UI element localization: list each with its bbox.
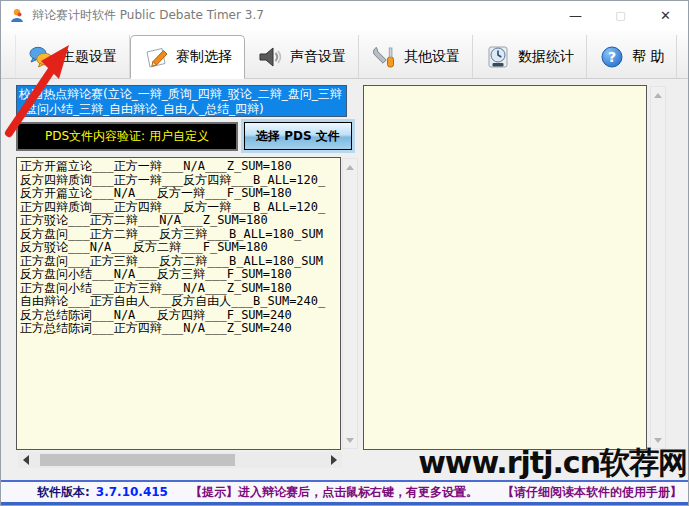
- schedule-line[interactable]: 正方开篇立论___正方一辩___N/A___Z_SUM=180: [20, 160, 340, 174]
- speaker-icon: [257, 44, 283, 70]
- chat-bubbles-icon: [28, 44, 54, 70]
- window-controls: — ▢ ✕: [553, 1, 688, 30]
- schedule-line[interactable]: 正方四辩质询___正方四辩___反方一辩___B_ALL=120_: [20, 201, 340, 215]
- scroll-up-arrow-icon[interactable]: [343, 159, 357, 175]
- schedule-line[interactable]: 正方盘问小结___正方三辩___N/A___Z_SUM=180: [20, 282, 340, 296]
- tools-icon: [371, 44, 397, 70]
- toolbar: 主题设置 赛制选择 声音设置: [1, 30, 688, 79]
- schedule-line[interactable]: 反方开篇立论___N/A___反方一辩___F_SUM=180: [20, 187, 340, 201]
- schedule-list-hscrollbar[interactable]: [18, 452, 342, 468]
- maximize-button[interactable]: ▢: [598, 1, 643, 30]
- clock-stats-icon: [485, 44, 511, 70]
- schedule-line[interactable]: 反方四辩质询___正方一辩___反方四辩___B_ALL=120_: [20, 174, 340, 188]
- preview-panel-vscrollbar[interactable]: [650, 86, 666, 449]
- schedule-line[interactable]: 反方驳论___N/A___反方二辩___F_SUM=180: [20, 241, 340, 255]
- schedule-line[interactable]: 反方盘问小结___N/A___反方三辩___F_SUM=180: [20, 268, 340, 282]
- manual-note: 【请仔细阅读本软件的使用手册】: [502, 484, 682, 501]
- schedule-line[interactable]: 反方盘问___正方二辩___反方三辩___B_ALL=180_SUM: [20, 228, 340, 242]
- scroll-left-arrow-icon[interactable]: [18, 452, 34, 468]
- pds-validation-status: PDS文件内容验证: 用户自定义: [16, 122, 238, 151]
- choose-pds-file-button[interactable]: 选择 PDS 文件: [244, 122, 352, 150]
- watermark: www.rjtj.cn软荐网: [418, 443, 687, 484]
- schedule-line[interactable]: 反方总结陈词___N/A___反方四辩___F_SUM=240: [20, 309, 340, 323]
- tab-sound-settings[interactable]: 声音设置: [245, 35, 359, 78]
- tab-label: 主题设置: [61, 48, 117, 66]
- schedule-line[interactable]: 正方盘问___正方三辩___反方二辩___B_ALL=180_SUM: [20, 255, 340, 269]
- version-number: 3.7.10.415: [96, 485, 168, 499]
- help-icon: ?: [599, 44, 625, 70]
- close-button[interactable]: ✕: [643, 1, 688, 30]
- edit-document-icon: [143, 44, 169, 70]
- schedule-list[interactable]: 正方开篇立论___正方一辩___N/A___Z_SUM=180反方四辩质询___…: [16, 157, 341, 450]
- app-window: 辩论赛计时软件 Public Debate Timer 3.7 — ▢ ✕ 主题…: [0, 0, 689, 506]
- tab-help[interactable]: ? 帮 助: [587, 35, 677, 78]
- title-bar: 辩论赛计时软件 Public Debate Timer 3.7 — ▢ ✕: [1, 1, 688, 30]
- tab-label: 帮 助: [632, 48, 664, 66]
- schedule-line[interactable]: 自由辩论___正方自由人___反方自由人___B_SUM=240_: [20, 295, 340, 309]
- window-title: 辩论赛计时软件 Public Debate Timer 3.7: [32, 7, 264, 24]
- tab-format-select[interactable]: 赛制选择: [130, 35, 245, 79]
- scroll-up-arrow-icon[interactable]: [651, 87, 665, 103]
- tab-other-settings[interactable]: 其他设置: [359, 35, 473, 78]
- hscrollbar-thumb[interactable]: [40, 454, 235, 466]
- svg-text:?: ?: [608, 49, 616, 65]
- schedule-line[interactable]: 正方总结陈词___正方四辩___N/A___Z_SUM=240: [20, 322, 340, 336]
- app-icon: [9, 8, 25, 24]
- tab-label: 数据统计: [518, 48, 574, 66]
- tab-label: 其他设置: [404, 48, 460, 66]
- scroll-right-arrow-icon[interactable]: [326, 452, 342, 468]
- debate-format-title: 校园热点辩论赛(立论_一辩_质询_四辩_驳论_二辩_盘问_三辩_盘问小结_三辩_…: [16, 85, 347, 117]
- scroll-down-arrow-icon[interactable]: [343, 432, 357, 448]
- schedule-line[interactable]: 正方驳论___正方二辩___N/A___Z_SUM=180: [20, 214, 340, 228]
- minimize-button[interactable]: —: [553, 1, 598, 30]
- tab-theme-settings[interactable]: 主题设置: [15, 35, 130, 78]
- version-label: 软件版本:: [37, 484, 90, 501]
- tab-label: 赛制选择: [176, 48, 232, 66]
- tab-data-statistics[interactable]: 数据统计: [473, 35, 587, 78]
- status-hint: 【提示】进入辩论赛后，点击鼠标右键，有更多设置。: [190, 484, 478, 501]
- preview-panel[interactable]: [363, 85, 647, 450]
- schedule-list-vscrollbar[interactable]: [342, 158, 358, 449]
- tab-label: 声音设置: [290, 48, 346, 66]
